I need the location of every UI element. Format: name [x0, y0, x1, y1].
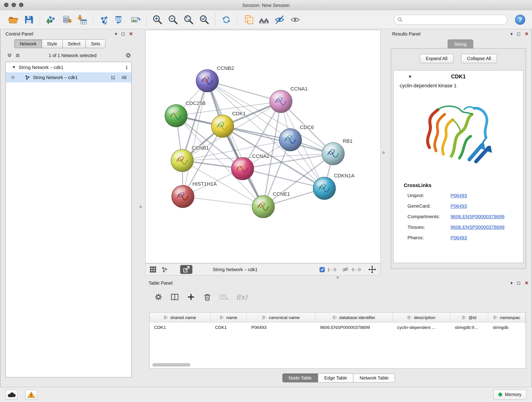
- tab-edge-table[interactable]: Edge Table: [318, 373, 354, 383]
- memory-status-icon: [499, 393, 502, 396]
- network-node-label: CDKN1A: [334, 173, 355, 179]
- warning-button[interactable]: [25, 389, 37, 400]
- table-panel-maximize-button[interactable]: [517, 281, 520, 284]
- open-file-button[interactable]: [6, 12, 21, 27]
- function-builder-button[interactable]: f(x): [236, 293, 247, 301]
- selected-checkbox[interactable]: [320, 267, 325, 272]
- network-node[interactable]: RB1: [322, 138, 353, 165]
- show-graphics-button[interactable]: [287, 12, 303, 27]
- zoom-selected-button[interactable]: [196, 12, 212, 27]
- crosslink-link[interactable]: 9606.ENSP00000378699: [451, 214, 505, 219]
- expand-all-button[interactable]: Expand All: [420, 54, 454, 63]
- export-image-button[interactable]: [128, 12, 143, 27]
- share-view-icon[interactable]: [161, 266, 168, 273]
- column-header[interactable]: database identifier: [316, 313, 393, 322]
- network-node[interactable]: CDKN1A: [313, 173, 355, 199]
- crosslink-link[interactable]: P06493: [451, 203, 467, 209]
- search-input[interactable]: [405, 17, 504, 23]
- crosslink-row: Tissues:9606.ENSP00000378699: [394, 222, 523, 232]
- network-node-label: CDC25B: [186, 100, 206, 106]
- crosslink-link[interactable]: P06493: [451, 235, 467, 240]
- cloud-button[interactable]: [6, 389, 18, 400]
- gene-disclosure-icon[interactable]: ▼: [408, 74, 412, 79]
- import-network-database-button[interactable]: [59, 12, 74, 27]
- tab-node-table[interactable]: Node Table: [282, 373, 318, 383]
- control-panel-float-button[interactable]: ▾: [115, 32, 117, 36]
- table-cell[interactable]: CDK1: [210, 322, 247, 332]
- document-button[interactable]: [241, 12, 256, 27]
- network-table-button[interactable]: [112, 12, 128, 27]
- control-panel-maximize-button[interactable]: [122, 32, 125, 35]
- search-field[interactable]: [394, 14, 508, 25]
- refresh-view-button[interactable]: [219, 12, 234, 27]
- tab-network-table[interactable]: Network Table: [353, 373, 395, 383]
- memory-button[interactable]: Memory: [494, 389, 527, 400]
- network-row[interactable]: String Network – cdk1 11 48: [6, 72, 131, 82]
- show-columns-icon[interactable]: [170, 293, 179, 302]
- delete-column-icon[interactable]: [203, 293, 212, 302]
- save-session-button[interactable]: [21, 12, 37, 27]
- search-icon: [397, 17, 403, 22]
- zoom-fit-button[interactable]: [181, 12, 196, 27]
- network-node[interactable]: CCNA1: [270, 86, 308, 113]
- network-view[interactable]: CCNB2CCNA1CDC25BCDK1CDC6RB1CCNB1CCNA2CDK…: [145, 30, 381, 263]
- right-splitter-handle[interactable]: [382, 151, 385, 153]
- collapse-all-icon[interactable]: [7, 53, 12, 58]
- results-panel-maximize-button[interactable]: [517, 32, 520, 35]
- table-cell[interactable]: cyclin-dependent ...: [393, 322, 450, 332]
- collapse-all-button[interactable]: Collapse All: [461, 54, 497, 63]
- table-cell[interactable]: stringdb:9...: [450, 322, 488, 332]
- tab-network[interactable]: Network: [14, 39, 42, 48]
- import-network-file-button[interactable]: [43, 12, 59, 27]
- network-node[interactable]: CDK1: [211, 111, 246, 137]
- network-node[interactable]: CCNB1: [171, 145, 209, 172]
- results-panel-close-button[interactable]: ✕: [525, 32, 529, 36]
- column-header[interactable]: canonical name: [247, 313, 316, 322]
- column-header[interactable]: shared name: [150, 313, 210, 322]
- bottom-splitter-handle[interactable]: [336, 276, 339, 279]
- column-header[interactable]: namespac: [488, 313, 526, 322]
- add-column-icon[interactable]: [186, 293, 196, 302]
- table-panel-float-button[interactable]: ▾: [510, 281, 513, 286]
- tree-disclosure-icon[interactable]: ▼: [12, 65, 16, 70]
- zoom-in-button[interactable]: [150, 12, 165, 27]
- import-table-button[interactable]: [74, 12, 90, 27]
- table-horizontal-scrollbar[interactable]: [151, 363, 524, 367]
- zoom-out-button[interactable]: [165, 12, 181, 27]
- tab-sets[interactable]: Sets: [85, 39, 105, 48]
- tab-style[interactable]: Style: [41, 39, 63, 48]
- crosslink-link[interactable]: 9606.ENSP00000378699: [451, 224, 505, 230]
- string-results-tab[interactable]: String: [447, 39, 473, 49]
- table-settings-gear-icon[interactable]: [154, 293, 163, 302]
- binoculars-button[interactable]: [256, 12, 272, 27]
- pan-crosshair-icon[interactable]: [368, 265, 376, 274]
- network-graph[interactable]: CCNB2CCNA1CDC25BCDK1CDC6RB1CCNB1CCNA2CDK…: [146, 30, 380, 263]
- birds-eye-view-button[interactable]: [180, 265, 192, 274]
- network-collection-row[interactable]: ▼ String Network – cdk1 1: [6, 62, 131, 72]
- grid-view-icon[interactable]: [150, 266, 157, 273]
- network-arrows-button[interactable]: [96, 12, 112, 27]
- crosslink-link[interactable]: P06493: [451, 192, 467, 198]
- table-cell[interactable]: P06493: [247, 322, 316, 332]
- column-header[interactable]: @id: [450, 313, 488, 322]
- column-header[interactable]: name: [210, 313, 247, 322]
- control-panel-close-button[interactable]: ✕: [129, 32, 133, 36]
- gear-icon[interactable]: [125, 52, 132, 59]
- scrollbar-thumb[interactable]: [152, 363, 190, 367]
- expand-all-icon[interactable]: [15, 53, 20, 58]
- tab-select[interactable]: Select: [62, 39, 86, 48]
- table-panel-close-button[interactable]: ✕: [525, 281, 529, 286]
- left-splitter-handle[interactable]: [139, 206, 142, 208]
- table-cell[interactable]: stringdb: [488, 322, 526, 332]
- results-panel-float-button[interactable]: ▾: [510, 32, 513, 36]
- network-node[interactable]: CDC6: [279, 124, 314, 151]
- column-header-label: canonical name: [269, 315, 300, 320]
- help-button[interactable]: ?: [515, 14, 525, 25]
- table-cell[interactable]: 9606.ENSP00000378699: [316, 322, 393, 332]
- network-node[interactable]: CCNB2: [196, 65, 234, 92]
- node-table-body: CDK1CDK1P064939606.ENSP00000378699cyclin…: [150, 322, 526, 332]
- column-header[interactable]: description: [393, 313, 450, 322]
- network-node[interactable]: HIST1H1A: [172, 181, 217, 208]
- table-cell[interactable]: CDK1: [150, 322, 210, 332]
- hide-graphics-button[interactable]: [272, 12, 287, 27]
